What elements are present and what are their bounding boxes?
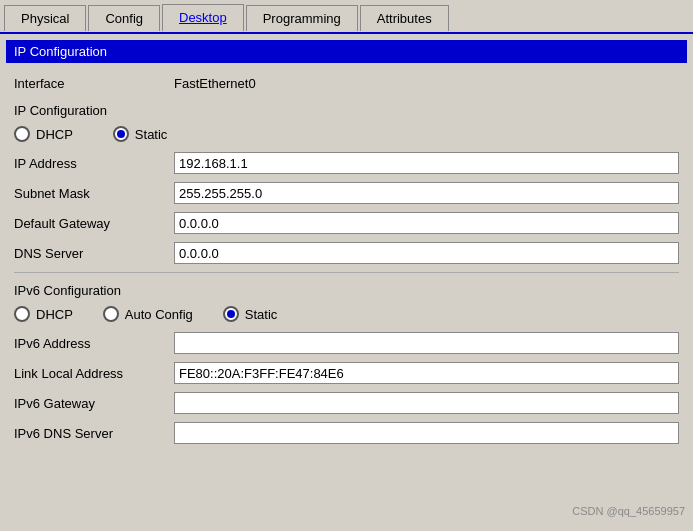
link-local-input[interactable] — [174, 362, 679, 384]
ip-address-label: IP Address — [14, 156, 174, 171]
dns-server-label: DNS Server — [14, 246, 174, 261]
ipv6-gateway-input[interactable] — [174, 392, 679, 414]
tab-bar: Physical Config Desktop Programming Attr… — [0, 0, 693, 34]
content-area: IP Configuration Interface FastEthernet0… — [0, 34, 693, 527]
ipv6-dns-row: IPv6 DNS Server — [6, 418, 687, 448]
ipv6-static-radio[interactable] — [223, 306, 239, 322]
tab-attributes[interactable]: Attributes — [360, 5, 449, 31]
ipv6-dns-input[interactable] — [174, 422, 679, 444]
ipv6-address-label: IPv6 Address — [14, 336, 174, 351]
ipv6-gateway-row: IPv6 Gateway — [6, 388, 687, 418]
ip-dhcp-option[interactable]: DHCP — [14, 126, 73, 142]
ipv6-auto-label: Auto Config — [125, 307, 193, 322]
ipv6-dhcp-label: DHCP — [36, 307, 73, 322]
ip-address-input[interactable] — [174, 152, 679, 174]
tab-config[interactable]: Config — [88, 5, 160, 31]
ipv6-static-label: Static — [245, 307, 278, 322]
ip-dhcp-radio[interactable] — [14, 126, 30, 142]
divider — [14, 272, 679, 273]
subnet-mask-row: Subnet Mask — [6, 178, 687, 208]
ipv6-radio-row: DHCP Auto Config Static — [6, 300, 687, 328]
subnet-mask-label: Subnet Mask — [14, 186, 174, 201]
ipv6-gateway-label: IPv6 Gateway — [14, 396, 174, 411]
dns-server-input[interactable] — [174, 242, 679, 264]
tab-programming[interactable]: Programming — [246, 5, 358, 31]
ipv6-address-row: IPv6 Address — [6, 328, 687, 358]
ip-static-label: Static — [135, 127, 168, 142]
ipv6-address-input[interactable] — [174, 332, 679, 354]
ipv6-dhcp-option[interactable]: DHCP — [14, 306, 73, 322]
default-gateway-label: Default Gateway — [14, 216, 174, 231]
interface-label: Interface — [14, 76, 174, 91]
ipv6-auto-option[interactable]: Auto Config — [103, 306, 193, 322]
subnet-mask-input[interactable] — [174, 182, 679, 204]
interface-row: Interface FastEthernet0 — [6, 69, 687, 97]
ip-static-radio[interactable] — [113, 126, 129, 142]
ip-config-section-header: IP Configuration — [6, 40, 687, 63]
ipv6-dhcp-radio[interactable] — [14, 306, 30, 322]
link-local-row: Link Local Address — [6, 358, 687, 388]
ipv6-config-sublabel: IPv6 Configuration — [6, 277, 687, 300]
ipv6-static-option[interactable]: Static — [223, 306, 278, 322]
tab-physical[interactable]: Physical — [4, 5, 86, 31]
ipv6-auto-radio[interactable] — [103, 306, 119, 322]
ip-address-row: IP Address — [6, 148, 687, 178]
dns-server-row: DNS Server — [6, 238, 687, 268]
ip-static-option[interactable]: Static — [113, 126, 168, 142]
tab-desktop[interactable]: Desktop — [162, 4, 244, 32]
link-local-label: Link Local Address — [14, 366, 174, 381]
ip-radio-row: DHCP Static — [6, 120, 687, 148]
ip-dhcp-label: DHCP — [36, 127, 73, 142]
ipv6-dns-label: IPv6 DNS Server — [14, 426, 174, 441]
interface-value: FastEthernet0 — [174, 76, 256, 91]
default-gateway-input[interactable] — [174, 212, 679, 234]
default-gateway-row: Default Gateway — [6, 208, 687, 238]
ip-config-sublabel: IP Configuration — [6, 97, 687, 120]
